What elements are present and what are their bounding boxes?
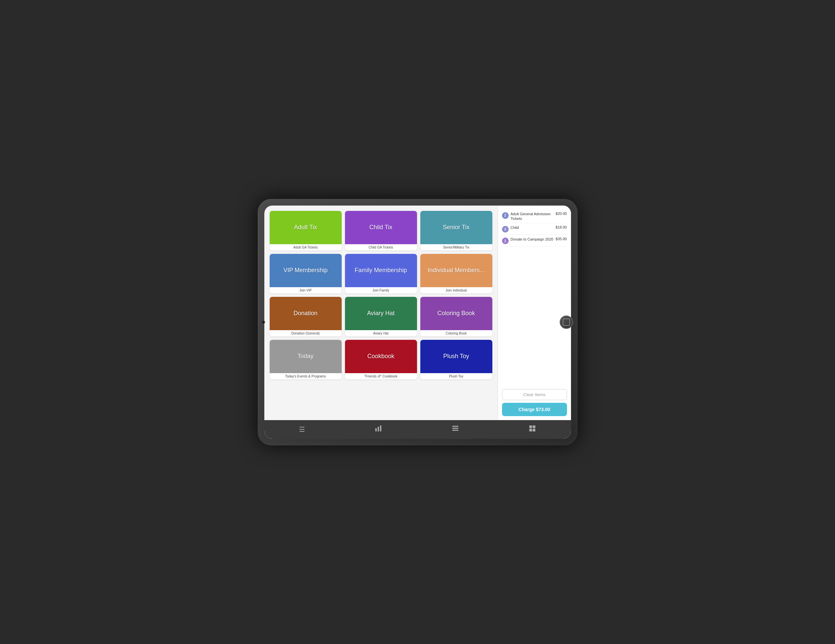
tile-title-family: Family Membership bbox=[355, 266, 407, 274]
tile-title-aviary-hat: Aviary Hat bbox=[367, 310, 395, 317]
cart-item-2: 3 Child $18.00 bbox=[502, 223, 567, 235]
tile-title-vip: VIP Membership bbox=[283, 266, 328, 274]
charge-button[interactable]: Charge $73.00 bbox=[502, 403, 567, 416]
product-row-3: Donation Donation (General) Aviary Hat A… bbox=[270, 297, 492, 336]
tile-adult-tix[interactable]: Adult Tix Adult GA Tickets bbox=[270, 211, 342, 251]
nav-menu-icon[interactable]: ☰ bbox=[292, 423, 312, 436]
bottom-nav: ☰ bbox=[264, 420, 571, 439]
nav-list-icon[interactable] bbox=[445, 422, 466, 436]
cart-item-2-price: $18.00 bbox=[556, 225, 567, 229]
cart-item-1-badge: 2 bbox=[502, 212, 508, 219]
cart-items-list: 2 Adult General Admission Tickets $20.00… bbox=[502, 209, 567, 386]
cart-item-1-name: Adult General Admission Tickets bbox=[511, 212, 554, 221]
tile-color-aviary-hat: Aviary Hat bbox=[345, 297, 417, 330]
tile-color-today: Today bbox=[270, 340, 342, 373]
app-screen: Adult Tix Adult GA Tickets Child Tix Chi… bbox=[264, 206, 571, 439]
tile-title-coloring-book: Coloring Book bbox=[437, 310, 475, 317]
product-row-2: VIP Membership Join VIP Family Membershi… bbox=[270, 254, 492, 294]
tile-sublabel-adult-tix: Adult GA Tickets bbox=[270, 244, 342, 251]
tile-color-donation: Donation bbox=[270, 297, 342, 330]
tile-color-vip: VIP Membership bbox=[270, 254, 342, 287]
cart-item-1-price: $20.00 bbox=[556, 212, 567, 216]
cart-item-3-info: Donate to Campaign 2020 bbox=[511, 237, 554, 242]
cart-item-2-name: Child bbox=[511, 225, 554, 230]
product-row-1: Adult Tix Adult GA Tickets Child Tix Chi… bbox=[270, 211, 492, 251]
tile-sublabel-today: Today's Events & Programs bbox=[270, 373, 342, 380]
nav-reports-icon[interactable] bbox=[368, 422, 389, 436]
tile-color-senior-tix: Senior Tix bbox=[420, 211, 492, 244]
svg-rect-6 bbox=[530, 425, 532, 428]
tile-color-adult-tix: Adult Tix bbox=[270, 211, 342, 244]
tile-sublabel-family: Join Family bbox=[345, 287, 417, 294]
tile-title-senior-tix: Senior Tix bbox=[443, 224, 469, 231]
tile-sublabel-child-tix: Child GA Tickets bbox=[345, 244, 417, 251]
svg-rect-1 bbox=[378, 427, 379, 431]
svg-rect-4 bbox=[452, 428, 458, 429]
tile-aviary-hat[interactable]: Aviary Hat Aviary Hat bbox=[345, 297, 417, 336]
tile-plush-toy[interactable]: Plush Toy Plush Toy bbox=[420, 340, 492, 380]
cart-item-3-price: $35.00 bbox=[556, 237, 567, 241]
tile-color-individual: Individual Members... bbox=[420, 254, 492, 287]
cart-actions: Clear Items Charge $73.00 bbox=[502, 389, 567, 416]
tile-title-plush-toy: Plush Toy bbox=[443, 352, 469, 360]
tile-sublabel-vip: Join VIP bbox=[270, 287, 342, 294]
tile-child-tix[interactable]: Child Tix Child GA Tickets bbox=[345, 211, 417, 251]
tile-vip-membership[interactable]: VIP Membership Join VIP bbox=[270, 254, 342, 294]
svg-rect-7 bbox=[533, 425, 535, 428]
cart-item-3-badge: 1 bbox=[502, 238, 508, 244]
tile-sublabel-aviary-hat: Aviary Hat bbox=[345, 330, 417, 336]
tile-sublabel-cookbook: "Friends of" Cookbook bbox=[345, 373, 417, 380]
tile-individual-membership[interactable]: Individual Members... Join Individual bbox=[420, 254, 492, 294]
tile-title-child-tix: Child Tix bbox=[369, 224, 392, 231]
cart-panel: 2 Adult General Admission Tickets $20.00… bbox=[498, 206, 571, 420]
cart-item-1: 2 Adult General Admission Tickets $20.00 bbox=[502, 209, 567, 224]
ipad-device: Adult Tix Adult GA Tickets Child Tix Chi… bbox=[258, 199, 578, 445]
product-row-4: Today Today's Events & Programs Cookbook… bbox=[270, 340, 492, 380]
tile-coloring-book[interactable]: Coloring Book Coloring Book bbox=[420, 297, 492, 336]
clear-items-button[interactable]: Clear Items bbox=[502, 389, 567, 400]
products-panel: Adult Tix Adult GA Tickets Child Tix Chi… bbox=[264, 206, 498, 420]
cart-item-2-info: Child bbox=[511, 225, 554, 230]
svg-rect-2 bbox=[380, 425, 381, 431]
tile-sublabel-coloring-book: Coloring Book bbox=[420, 330, 492, 336]
home-button[interactable] bbox=[560, 316, 573, 329]
tile-donation[interactable]: Donation Donation (General) bbox=[270, 297, 342, 336]
tile-title-individual: Individual Members... bbox=[428, 266, 485, 274]
tile-sublabel-plush-toy: Plush Toy bbox=[420, 373, 492, 380]
tile-family-membership[interactable]: Family Membership Join Family bbox=[345, 254, 417, 294]
svg-rect-3 bbox=[452, 426, 458, 427]
svg-rect-0 bbox=[375, 428, 377, 431]
main-content: Adult Tix Adult GA Tickets Child Tix Chi… bbox=[264, 206, 571, 420]
cart-item-2-badge: 3 bbox=[502, 226, 508, 232]
tile-color-coloring-book: Coloring Book bbox=[420, 297, 492, 330]
cart-item-1-info: Adult General Admission Tickets bbox=[511, 212, 554, 221]
tile-color-cookbook: Cookbook bbox=[345, 340, 417, 373]
svg-rect-8 bbox=[530, 429, 532, 431]
tile-senior-tix[interactable]: Senior Tix Senior/Military Tix bbox=[420, 211, 492, 251]
tile-title-cookbook: Cookbook bbox=[367, 352, 394, 360]
tile-today[interactable]: Today Today's Events & Programs bbox=[270, 340, 342, 380]
tile-color-family: Family Membership bbox=[345, 254, 417, 287]
nav-grid-icon[interactable] bbox=[522, 422, 543, 436]
tile-cookbook[interactable]: Cookbook "Friends of" Cookbook bbox=[345, 340, 417, 380]
cart-item-3: 1 Donate to Campaign 2020 $35.00 bbox=[502, 235, 567, 247]
tile-sublabel-individual: Join Individual bbox=[420, 287, 492, 294]
cart-item-3-name: Donate to Campaign 2020 bbox=[511, 237, 554, 242]
svg-rect-9 bbox=[533, 429, 535, 431]
tile-sublabel-donation: Donation (General) bbox=[270, 330, 342, 336]
tile-title-donation: Donation bbox=[293, 310, 317, 317]
camera-dot bbox=[262, 321, 265, 324]
tile-sublabel-senior-tix: Senior/Military Tix bbox=[420, 244, 492, 251]
svg-rect-5 bbox=[452, 430, 458, 431]
tile-title-adult-tix: Adult Tix bbox=[294, 224, 317, 231]
tile-title-today: Today bbox=[297, 352, 314, 360]
tile-color-plush-toy: Plush Toy bbox=[420, 340, 492, 373]
tile-color-child-tix: Child Tix bbox=[345, 211, 417, 244]
screen-area: Adult Tix Adult GA Tickets Child Tix Chi… bbox=[264, 206, 571, 439]
